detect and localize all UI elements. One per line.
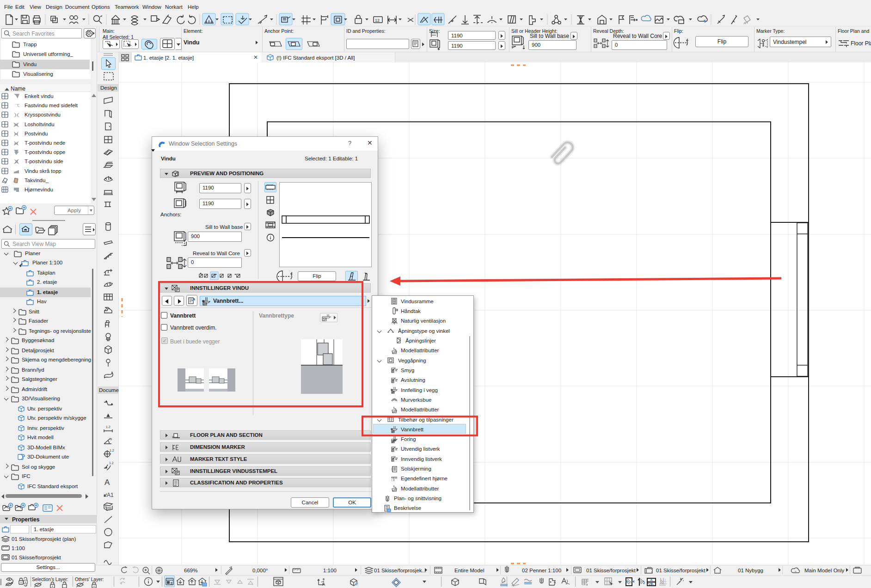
svg-text:1.2: 1.2 bbox=[109, 461, 114, 465]
svg-text:n: n bbox=[795, 570, 796, 573]
svg-text:1.2: 1.2 bbox=[106, 425, 110, 429]
svg-text:12: 12 bbox=[375, 18, 380, 23]
svg-text:A: A bbox=[104, 478, 110, 487]
svg-text:1.2: 1.2 bbox=[110, 449, 114, 452]
svg-text:A1: A1 bbox=[107, 492, 114, 498]
svg-text:α: α bbox=[110, 437, 112, 441]
